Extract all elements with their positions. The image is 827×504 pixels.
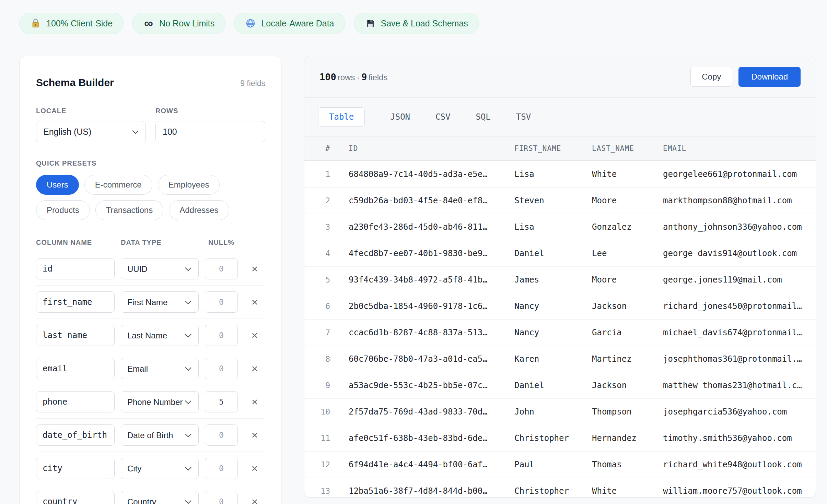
data-type-select-wrap: UUID xyxy=(121,258,199,279)
remove-field-button[interactable]: × xyxy=(249,395,261,409)
data-type-select-wrap: Last Name xyxy=(121,325,199,346)
remove-field-button[interactable]: × xyxy=(249,362,261,375)
cell-id: 684808a9-7c14-40d5-ad3a-e5e… xyxy=(349,161,514,188)
cell-last-name: Thompson xyxy=(592,399,663,425)
globe-icon xyxy=(245,18,256,29)
null-pct-input[interactable] xyxy=(205,358,238,379)
tab-tsv[interactable]: TSV xyxy=(516,108,531,126)
null-pct-input[interactable] xyxy=(205,391,238,412)
table-row: 62b0c5dba-1854-4960-9178-1c6…NancyJackso… xyxy=(304,293,816,320)
fields-count-badge: 9 fields xyxy=(240,79,265,88)
data-type-select[interactable]: Phone Number xyxy=(121,391,199,412)
null-pct-input[interactable] xyxy=(205,458,238,479)
field-row-date-of-birth: Date of Birth× xyxy=(36,419,265,452)
remove-field-button[interactable]: × xyxy=(249,461,261,475)
tab-json[interactable]: JSON xyxy=(390,108,410,126)
cell-email: josephgarcia536@yahoo.com xyxy=(663,399,816,425)
remove-field-button[interactable]: × xyxy=(249,495,261,504)
data-type-header: DATA TYPE xyxy=(121,239,199,247)
preset-transactions[interactable]: Transactions xyxy=(95,200,164,220)
preset-users[interactable]: Users xyxy=(36,175,79,195)
data-type-select-wrap: First Name xyxy=(121,291,199,313)
cell-id: 2f57da75-769d-43ad-9833-70d… xyxy=(349,399,514,425)
data-type-select[interactable]: Email xyxy=(121,358,199,379)
tab-sql[interactable]: SQL xyxy=(476,108,490,126)
null-pct-input[interactable] xyxy=(205,491,238,504)
cell-email: richard_white948@outlook.com xyxy=(663,452,816,478)
tab-csv[interactable]: CSV xyxy=(435,108,450,126)
data-type-select[interactable]: Date of Birth xyxy=(121,424,199,446)
cell-first-name: Lisa xyxy=(514,214,592,240)
cell-first-name: Daniel xyxy=(514,372,592,399)
column-name-input[interactable] xyxy=(36,458,115,479)
data-type-select[interactable]: First Name xyxy=(121,291,199,313)
field-list: UUID×First Name×Last Name×Email×Phone Nu… xyxy=(36,252,265,504)
remove-field-button[interactable]: × xyxy=(249,428,261,442)
quick-presets-label: QUICK PRESETS xyxy=(36,159,265,167)
cell-first-name: Daniel xyxy=(514,240,592,267)
data-type-select-wrap: Date of Birth xyxy=(121,424,199,446)
remove-field-button[interactable]: × xyxy=(249,262,261,276)
null-pct-input[interactable] xyxy=(205,291,238,313)
column-header-row-number: # xyxy=(304,136,349,161)
cell-row-number: 4 xyxy=(304,240,349,267)
badge-no-row-limits: ∞No Row Limits xyxy=(132,13,225,34)
column-name-input[interactable] xyxy=(36,391,115,412)
remove-field-button[interactable]: × xyxy=(249,295,261,309)
column-name-input[interactable] xyxy=(36,358,115,379)
cell-first-name: Christopher xyxy=(514,425,592,452)
remove-field-button[interactable]: × xyxy=(249,328,261,342)
tab-table[interactable]: Table xyxy=(318,107,365,127)
null-pct-input[interactable] xyxy=(205,325,238,346)
cell-email: matthew_thomas231@hotmail.c… xyxy=(663,372,816,399)
cell-email: anthony_johnson336@yahoo.com xyxy=(663,214,816,240)
cell-first-name: Lisa xyxy=(514,161,592,188)
copy-button[interactable]: Copy xyxy=(690,67,732,87)
cell-email: timothy.smith536@yahoo.com xyxy=(663,425,816,452)
cell-last-name: Moore xyxy=(592,188,663,214)
locale-label: LOCALE xyxy=(36,107,146,115)
preset-addresses[interactable]: Addresses xyxy=(169,200,229,220)
column-name-input[interactable] xyxy=(36,424,115,446)
rows-input[interactable] xyxy=(155,121,265,142)
data-type-select[interactable]: City xyxy=(121,458,199,479)
locale-select[interactable]: English (US) xyxy=(36,121,146,142)
preview-panel: 100rows ·9fields Copy Download TableJSON… xyxy=(304,56,816,497)
column-name-input[interactable] xyxy=(36,491,115,504)
cell-row-number: 11 xyxy=(304,425,349,452)
cell-id: 93f4c439-34b8-4972-a5f8-41b… xyxy=(349,267,514,293)
field-row-email: Email× xyxy=(36,352,265,385)
preset-pills: UsersE-commerceEmployeesProductsTransact… xyxy=(36,175,249,220)
cell-id: 6f94d41e-a4c4-4494-bf00-6af… xyxy=(349,452,514,478)
lock-icon xyxy=(30,18,41,29)
rows-label: ROWS xyxy=(155,107,265,115)
preset-e-commerce[interactable]: E-commerce xyxy=(84,175,152,195)
data-type-select[interactable]: Last Name xyxy=(121,325,199,346)
cell-first-name: Steven xyxy=(514,188,592,214)
preset-products[interactable]: Products xyxy=(36,200,90,220)
floppy-icon xyxy=(365,18,376,29)
column-name-input[interactable] xyxy=(36,258,115,279)
table-row: 3a230fe43-286d-45d0-ab46-811…LisaGonzale… xyxy=(304,214,816,240)
page: 100% Client-Side∞No Row LimitsLocale-Awa… xyxy=(0,0,827,504)
table-row: 2c59db26a-bd03-4f5e-84e0-ef8…StevenMoore… xyxy=(304,188,816,214)
table-row: 7ccac6d1b-8287-4c88-837a-513…NancyGarcia… xyxy=(304,320,816,346)
column-header-email: EMAIL xyxy=(663,136,816,161)
schema-builder-header: Schema Builder 9 fields xyxy=(36,72,265,88)
badge-locale-aware-data: Locale-Aware Data xyxy=(234,13,345,34)
column-name-input[interactable] xyxy=(36,291,115,313)
table-row: 126f94d41e-a4c4-4494-bf00-6af…PaulThomas… xyxy=(304,452,816,478)
data-type-select[interactable]: UUID xyxy=(121,258,199,279)
table-row: 44fecd8b7-ee07-40b1-9830-be9…DanielLeege… xyxy=(304,240,816,267)
cell-first-name: Paul xyxy=(514,452,592,478)
data-type-select[interactable]: Country xyxy=(121,491,199,504)
fields-count: 9 xyxy=(361,72,367,82)
preset-employees[interactable]: Employees xyxy=(158,175,220,195)
cell-id: c59db26a-bd03-4f5e-84e0-ef8… xyxy=(349,188,514,214)
download-button[interactable]: Download xyxy=(738,67,801,87)
null-pct-input[interactable] xyxy=(205,424,238,446)
cell-email: william.moore757@outlook.com xyxy=(663,478,816,498)
cell-last-name: White xyxy=(592,478,663,498)
column-name-input[interactable] xyxy=(36,325,115,346)
null-pct-input[interactable] xyxy=(205,258,238,279)
